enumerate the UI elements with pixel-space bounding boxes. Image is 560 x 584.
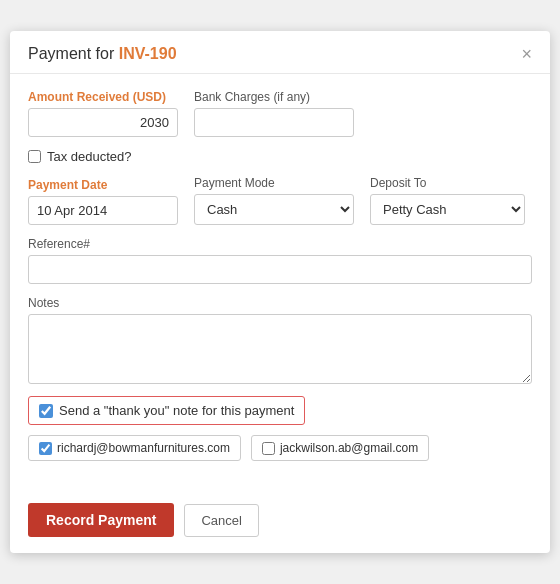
email-row: richardj@bowmanfurnitures.com jackwilson…: [28, 435, 532, 461]
payment-mode-label: Payment Mode: [194, 176, 354, 190]
bank-charges-group: Bank Charges (if any): [194, 90, 354, 137]
amount-input[interactable]: [28, 108, 178, 137]
email1-label: richardj@bowmanfurnitures.com: [57, 441, 230, 455]
payment-details-row: Payment Date Payment Mode Cash Check Cre…: [28, 176, 532, 225]
reference-group: Reference#: [28, 237, 532, 284]
amount-row: Amount Received (USD) Bank Charges (if a…: [28, 90, 532, 137]
deposit-to-label: Deposit To: [370, 176, 525, 190]
email2-checkbox[interactable]: [262, 442, 275, 455]
bank-charges-label: Bank Charges (if any): [194, 90, 354, 104]
thank-you-row: Send a "thank you" note for this payment: [28, 396, 305, 425]
amount-group: Amount Received (USD): [28, 90, 178, 137]
payment-date-group: Payment Date: [28, 178, 178, 225]
notes-label: Notes: [28, 296, 532, 310]
payment-mode-select[interactable]: Cash Check Credit Card Bank Transfer: [194, 194, 354, 225]
payment-modal: Payment for INV-190 × Amount Received (U…: [10, 31, 550, 553]
email1-checkbox[interactable]: [39, 442, 52, 455]
cancel-button[interactable]: Cancel: [184, 504, 258, 537]
reference-input[interactable]: [28, 255, 532, 284]
close-button[interactable]: ×: [521, 45, 532, 63]
deposit-to-select[interactable]: Petty Cash Checking Account Savings Acco…: [370, 194, 525, 225]
tax-row: Tax deducted?: [28, 149, 532, 164]
notes-textarea[interactable]: [28, 314, 532, 384]
modal-title: Payment for INV-190: [28, 45, 177, 63]
tax-checkbox[interactable]: [28, 150, 41, 163]
tax-label: Tax deducted?: [47, 149, 132, 164]
modal-footer: Record Payment Cancel: [10, 493, 550, 553]
deposit-to-group: Deposit To Petty Cash Checking Account S…: [370, 176, 525, 225]
email2-item: jackwilson.ab@gmail.com: [251, 435, 429, 461]
thank-you-checkbox[interactable]: [39, 404, 53, 418]
payment-mode-group: Payment Mode Cash Check Credit Card Bank…: [194, 176, 354, 225]
thank-you-label: Send a "thank you" note for this payment: [59, 403, 294, 418]
record-payment-button[interactable]: Record Payment: [28, 503, 174, 537]
bank-charges-input[interactable]: [194, 108, 354, 137]
email1-item: richardj@bowmanfurnitures.com: [28, 435, 241, 461]
notes-group: Notes: [28, 296, 532, 384]
modal-header: Payment for INV-190 ×: [10, 31, 550, 74]
modal-body: Amount Received (USD) Bank Charges (if a…: [10, 74, 550, 493]
amount-label: Amount Received (USD): [28, 90, 178, 104]
payment-date-label: Payment Date: [28, 178, 178, 192]
payment-date-input[interactable]: [28, 196, 178, 225]
reference-label: Reference#: [28, 237, 532, 251]
email2-label: jackwilson.ab@gmail.com: [280, 441, 418, 455]
invoice-ref: INV-190: [119, 45, 177, 62]
